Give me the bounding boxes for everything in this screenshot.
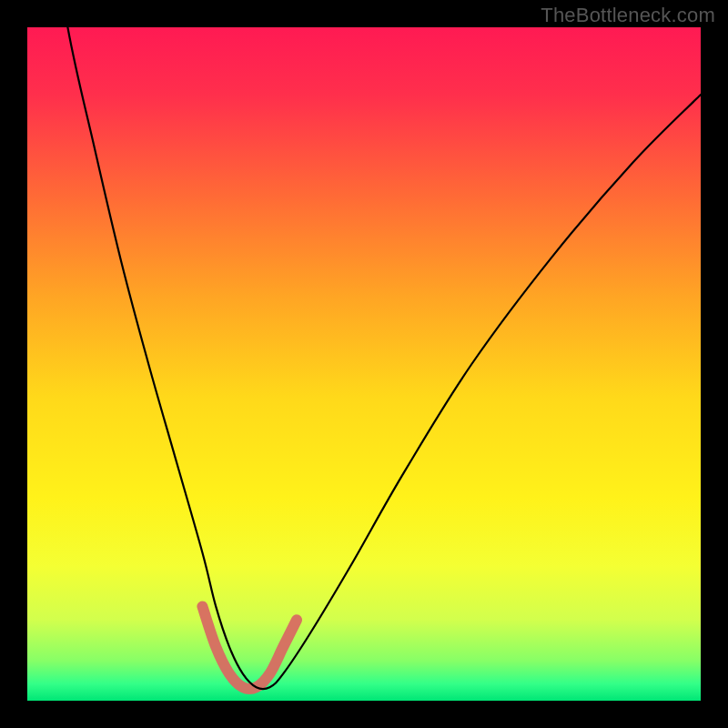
highlight-segment — [202, 606, 297, 689]
bottleneck-curve — [27, 27, 701, 689]
plot-area — [27, 27, 701, 701]
chart-frame: TheBottleneck.com — [0, 0, 728, 728]
watermark-text: TheBottleneck.com — [541, 4, 715, 27]
curve-layer — [27, 27, 701, 701]
